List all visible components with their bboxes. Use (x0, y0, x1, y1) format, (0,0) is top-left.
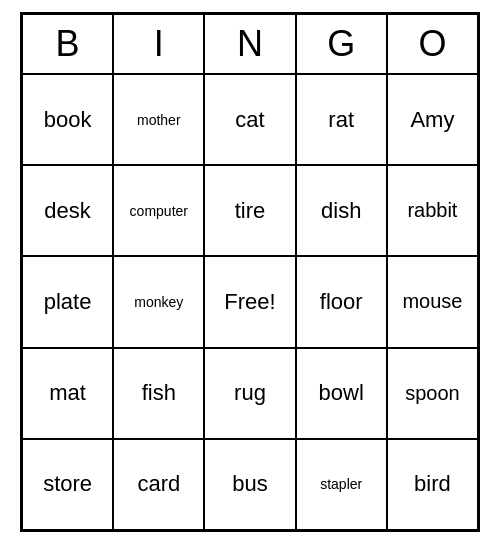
cell-text-1-2: tire (235, 198, 266, 224)
cell-text-4-1: card (137, 471, 180, 497)
cell-1-1: computer (113, 165, 204, 256)
cell-text-1-3: dish (321, 198, 361, 224)
cell-3-1: fish (113, 348, 204, 439)
header-i: I (113, 14, 204, 74)
cell-0-3: rat (296, 74, 387, 165)
cell-text-3-1: fish (142, 380, 176, 406)
cell-text-3-2: rug (234, 380, 266, 406)
cell-text-4-4: bird (414, 471, 451, 497)
cell-text-2-4: mouse (402, 290, 462, 313)
cell-4-1: card (113, 439, 204, 530)
cell-4-3: stapler (296, 439, 387, 530)
cell-1-3: dish (296, 165, 387, 256)
cell-text-2-2: Free! (224, 289, 275, 315)
cell-1-0: desk (22, 165, 113, 256)
cell-4-0: store (22, 439, 113, 530)
cell-text-4-3: stapler (320, 476, 362, 492)
cell-1-4: rabbit (387, 165, 478, 256)
cell-text-0-0: book (44, 107, 92, 133)
cell-0-2: cat (204, 74, 295, 165)
header-g: G (296, 14, 387, 74)
cell-3-3: bowl (296, 348, 387, 439)
cell-2-1: monkey (113, 256, 204, 347)
cell-text-2-0: plate (44, 289, 92, 315)
cell-text-1-0: desk (44, 198, 90, 224)
cell-text-0-4: Amy (410, 107, 454, 133)
cell-text-1-1: computer (130, 203, 188, 219)
cell-3-0: mat (22, 348, 113, 439)
cell-0-0: book (22, 74, 113, 165)
cell-text-3-4: spoon (405, 382, 460, 405)
cell-1-2: tire (204, 165, 295, 256)
cell-2-0: plate (22, 256, 113, 347)
cell-text-1-4: rabbit (407, 199, 457, 222)
cell-text-3-0: mat (49, 380, 86, 406)
cell-0-4: Amy (387, 74, 478, 165)
cell-3-4: spoon (387, 348, 478, 439)
cell-4-4: bird (387, 439, 478, 530)
cell-0-1: mother (113, 74, 204, 165)
cell-2-2: Free! (204, 256, 295, 347)
header-b: B (22, 14, 113, 74)
cell-text-4-2: bus (232, 471, 267, 497)
cell-text-2-1: monkey (134, 294, 183, 310)
cell-text-2-3: floor (320, 289, 363, 315)
cell-text-4-0: store (43, 471, 92, 497)
header-n: N (204, 14, 295, 74)
cell-text-3-3: bowl (319, 380, 364, 406)
cell-3-2: rug (204, 348, 295, 439)
bingo-card: B I N G O book mother cat rat Amy desk c… (20, 12, 480, 532)
cell-text-0-3: rat (328, 107, 354, 133)
cell-2-4: mouse (387, 256, 478, 347)
header-o: O (387, 14, 478, 74)
cell-text-0-2: cat (235, 107, 264, 133)
cell-text-0-1: mother (137, 112, 181, 128)
cell-2-3: floor (296, 256, 387, 347)
cell-4-2: bus (204, 439, 295, 530)
